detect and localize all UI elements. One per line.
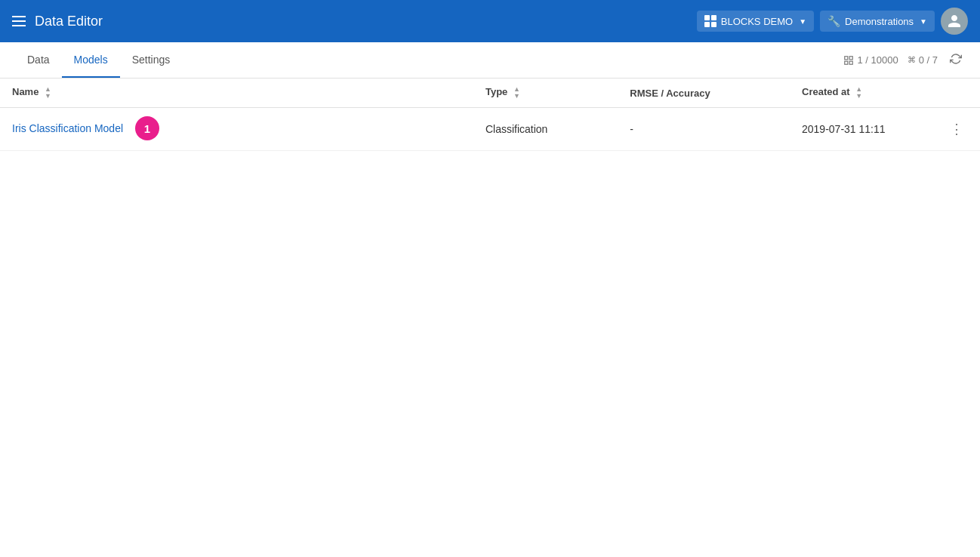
app-header: Data Editor BLOCKS DEMO ▼ 🔧 Demonstratio… xyxy=(0,0,980,42)
col-header-actions xyxy=(933,78,980,108)
svg-rect-3 xyxy=(850,61,853,64)
svg-rect-2 xyxy=(845,61,848,64)
svg-rect-1 xyxy=(850,56,853,59)
sort-arrows-created: ▲▼ xyxy=(855,86,862,100)
row-more-button[interactable]: ⋮ xyxy=(945,119,968,139)
step-badge: 1 xyxy=(135,116,159,140)
cell-model-rmse: - xyxy=(618,108,790,151)
cell-model-type: Classification xyxy=(473,108,618,151)
col-header-created[interactable]: Created at ▲▼ xyxy=(790,78,933,108)
blocks-demo-button[interactable]: BLOCKS DEMO ▼ xyxy=(697,11,814,32)
table-header-row: Name ▲▼ Type ▲▼ RMSE / Accuracy Created … xyxy=(0,78,980,108)
cell-model-created: 2019-07-31 11:11 xyxy=(790,108,933,151)
pagination-info: 1 / 10000 xyxy=(843,54,898,66)
header-left: Data Editor xyxy=(12,14,103,29)
models-table: Name ▲▼ Type ▲▼ RMSE / Accuracy Created … xyxy=(0,78,980,151)
filter-text: 0 / 7 xyxy=(919,54,938,66)
sort-arrows-type: ▲▼ xyxy=(513,86,520,100)
cell-model-name: Iris Classification Model 1 xyxy=(0,108,473,151)
table-row: Iris Classification Model 1 Classificati… xyxy=(0,108,980,151)
wrench-icon: 🔧 xyxy=(827,15,840,27)
tab-models[interactable]: Models xyxy=(62,43,120,78)
col-header-type[interactable]: Type ▲▼ xyxy=(473,78,618,108)
demonstrations-button[interactable]: 🔧 Demonstrations ▼ xyxy=(820,11,935,32)
refresh-icon xyxy=(950,53,962,65)
tabs-toolbar: 1 / 10000 ⌘ 0 / 7 xyxy=(843,50,965,71)
cell-model-actions: ⋮ xyxy=(933,108,980,151)
svg-rect-0 xyxy=(845,56,848,59)
demonstrations-btn-label: Demonstrations xyxy=(845,16,914,27)
avatar[interactable] xyxy=(941,8,968,35)
user-icon xyxy=(947,14,962,29)
tabs: Data Models Settings xyxy=(15,43,182,77)
grid-icon xyxy=(843,55,854,66)
chevron-down-icon: ▼ xyxy=(920,17,927,26)
header-right: BLOCKS DEMO ▼ 🔧 Demonstrations ▼ xyxy=(697,8,968,35)
refresh-button[interactable] xyxy=(947,50,965,71)
pagination-text: 1 / 10000 xyxy=(857,54,898,66)
tab-settings[interactable]: Settings xyxy=(120,43,183,78)
filter-info: ⌘ 0 / 7 xyxy=(908,54,938,66)
sort-arrows-name: ▲▼ xyxy=(45,86,51,100)
hamburger-menu-icon[interactable] xyxy=(12,16,26,26)
app-title: Data Editor xyxy=(35,14,103,29)
blocks-btn-label: BLOCKS DEMO xyxy=(721,16,793,27)
blocks-icon xyxy=(704,15,717,27)
tabs-bar: Data Models Settings 1 / 10000 ⌘ 0 / 7 xyxy=(0,42,980,78)
key-icon: ⌘ xyxy=(908,55,916,65)
col-header-name[interactable]: Name ▲▼ xyxy=(0,78,473,108)
col-header-rmse: RMSE / Accuracy xyxy=(618,78,790,108)
tab-data[interactable]: Data xyxy=(15,43,62,78)
model-name-link[interactable]: Iris Classification Model xyxy=(12,122,123,134)
table-container: Name ▲▼ Type ▲▼ RMSE / Accuracy Created … xyxy=(0,78,980,151)
chevron-down-icon: ▼ xyxy=(799,17,806,26)
